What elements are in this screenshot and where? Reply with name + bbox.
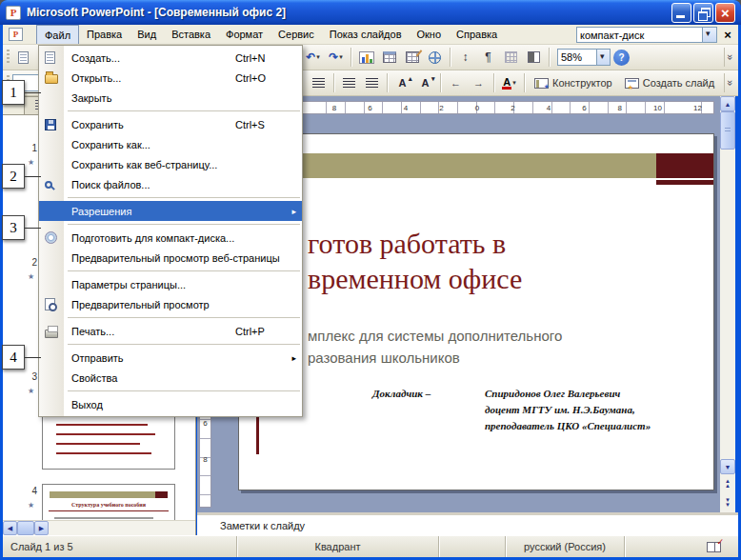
- menu-slideshow[interactable]: Показ слайдов: [322, 25, 410, 44]
- menu-item-open[interactable]: Открыть... Ctrl+O: [39, 68, 302, 88]
- transition-star-icon[interactable]: ★: [28, 272, 34, 281]
- previous-slide-button[interactable]: [720, 474, 735, 493]
- increase-font-button[interactable]: [391, 72, 413, 93]
- transition-star-icon[interactable]: ★: [28, 387, 34, 395]
- menu-window[interactable]: Окно: [410, 25, 450, 44]
- font-color-button[interactable]: [498, 72, 520, 93]
- show-formatting-button[interactable]: [477, 47, 499, 68]
- tables-and-borders-button[interactable]: [401, 47, 423, 68]
- menu-item-file-search[interactable]: Поиск файлов...: [39, 174, 302, 194]
- menu-item-label: Сохранить как...: [71, 139, 150, 150]
- menu-item-page-setup[interactable]: Параметры страницы...: [39, 274, 302, 294]
- scroll-up-button[interactable]: ▲: [720, 96, 735, 111]
- toolbar-options-chevron[interactable]: [724, 73, 736, 92]
- menu-file[interactable]: Файл: [36, 25, 79, 44]
- menu-item-shortcut: Ctrl+N: [235, 52, 294, 64]
- insert-hyperlink-button[interactable]: [424, 47, 446, 68]
- titlebar[interactable]: Microsoft PowerPoint - [Современный офис…: [0, 0, 741, 25]
- increase-indent-button[interactable]: [468, 72, 490, 93]
- close-button[interactable]: [715, 3, 735, 23]
- menu-item-label: Печать...: [71, 326, 114, 337]
- question-dropdown-arrow-icon[interactable]: [702, 28, 716, 42]
- status-language[interactable]: русский (Россия): [505, 536, 624, 557]
- menu-item-save-as-webpage[interactable]: Сохранить как веб-страницу...: [39, 154, 302, 174]
- zoom-combo[interactable]: 58%: [557, 49, 611, 66]
- powerpoint-window: Microsoft PowerPoint - [Современный офис…: [0, 0, 741, 560]
- expand-all-button[interactable]: [454, 47, 476, 68]
- slide-number: 2: [24, 257, 37, 268]
- help-button[interactable]: [613, 50, 630, 66]
- increase-indent-icon: [473, 77, 484, 89]
- menu-item-web-page-preview[interactable]: Предварительный просмотр веб-страницы: [39, 248, 302, 268]
- bullets-button[interactable]: [361, 72, 383, 93]
- transition-star-icon[interactable]: ★: [28, 158, 34, 167]
- grid-button[interactable]: [500, 47, 522, 68]
- menu-format[interactable]: Формат: [218, 25, 270, 44]
- menu-item-save[interactable]: Сохранить Ctrl+S: [39, 114, 302, 134]
- menu-item-label: Создать...: [71, 52, 120, 64]
- menu-item-save-as[interactable]: Сохранить как...: [39, 134, 302, 154]
- scrollbar-thumb[interactable]: [720, 111, 735, 150]
- notes-pane[interactable]: Заметки к слайду: [197, 512, 738, 535]
- menu-edit[interactable]: Правка: [79, 25, 130, 44]
- slide-title-placeholder[interactable]: готов работать в временном офисе: [308, 226, 522, 296]
- speaker-label[interactable]: Докладчик –: [372, 386, 431, 402]
- align-right-button[interactable]: [308, 72, 330, 93]
- menu-tools[interactable]: Сервис: [270, 25, 322, 44]
- color-grayscale-button[interactable]: [523, 47, 545, 68]
- menu-item-print[interactable]: Печать... Ctrl+P: [39, 321, 302, 341]
- speaker-details[interactable]: Спиридонов Олег Валерьевич доцент МГТУ и…: [485, 386, 651, 434]
- menu-separator: [68, 317, 300, 318]
- document-close-button[interactable]: [720, 28, 735, 43]
- numbering-button[interactable]: [338, 72, 360, 93]
- vertical-scrollbar[interactable]: ▲ ▼: [720, 96, 735, 512]
- new-slide-button[interactable]: Создать слайд: [619, 72, 720, 93]
- insert-table-button[interactable]: [378, 47, 400, 68]
- menu-item-properties[interactable]: Свойства: [39, 368, 302, 388]
- menu-item-send-to[interactable]: Отправить ▸: [39, 348, 302, 368]
- toolbar-separator: [387, 73, 388, 92]
- insert-chart-button[interactable]: [355, 47, 377, 68]
- transition-star-icon[interactable]: ★: [28, 501, 34, 510]
- slide-editing-area[interactable]: готов работать в временном офисе мплекс …: [238, 133, 714, 490]
- menu-item-label: Открыть...: [71, 72, 121, 84]
- scroll-down-button[interactable]: ▼: [720, 459, 735, 474]
- scrollbar-track[interactable]: [720, 150, 735, 459]
- toolbar-options-chevron[interactable]: [724, 48, 736, 67]
- undo-icon: [306, 50, 315, 64]
- minimize-button[interactable]: [671, 3, 691, 23]
- restore-button[interactable]: [693, 3, 713, 23]
- menu-item-print-preview[interactable]: Предварительный просмотр: [39, 294, 302, 314]
- menu-item-label: Подготовить для компакт-диска...: [71, 232, 234, 244]
- menu-item-package-for-cd[interactable]: Подготовить для компакт-диска...: [39, 228, 302, 248]
- undo-button[interactable]: [302, 47, 324, 68]
- menu-insert[interactable]: Вставка: [164, 25, 218, 44]
- scroll-left-button[interactable]: ◀: [3, 521, 17, 535]
- search-icon: [45, 181, 52, 189]
- menu-item-exit[interactable]: Выход: [39, 394, 302, 414]
- menu-view[interactable]: Вид: [130, 25, 164, 44]
- slide-design-button[interactable]: Конструктор: [529, 72, 618, 93]
- statusbar: Слайд 1 из 5 Квадрант русский (Россия): [3, 535, 738, 557]
- slide-subtitle-placeholder[interactable]: мплекс для системы дополнительного разов…: [308, 325, 562, 369]
- scrollbar-thumb[interactable]: [17, 521, 34, 535]
- submenu-arrow-icon: ▸: [291, 353, 296, 363]
- decrease-font-button[interactable]: [414, 72, 436, 93]
- next-slide-button[interactable]: [720, 493, 735, 512]
- print-icon: [45, 330, 58, 338]
- design-band-olive: [256, 153, 656, 178]
- question-input[interactable]: [577, 28, 702, 42]
- menu-help[interactable]: Справка: [449, 25, 505, 44]
- menu-item-label: Выход: [71, 399, 103, 410]
- redo-button[interactable]: [325, 47, 347, 68]
- menu-item-permissions[interactable]: Разрешения ▸: [39, 201, 302, 221]
- slide-thumbnail-4[interactable]: Структура учебного пособия: [42, 484, 175, 520]
- panel-horizontal-scrollbar[interactable]: ◀ ▶: [3, 520, 195, 535]
- scroll-right-button[interactable]: ▶: [34, 521, 49, 535]
- decrease-indent-button[interactable]: [445, 72, 467, 93]
- zoom-dropdown-arrow-icon[interactable]: [596, 50, 610, 65]
- menu-item-label: Закрыть: [71, 92, 111, 104]
- menu-item-close[interactable]: Закрыть: [39, 88, 302, 108]
- menu-item-create[interactable]: Создать... Ctrl+N: [39, 48, 302, 68]
- new-button[interactable]: [12, 47, 34, 68]
